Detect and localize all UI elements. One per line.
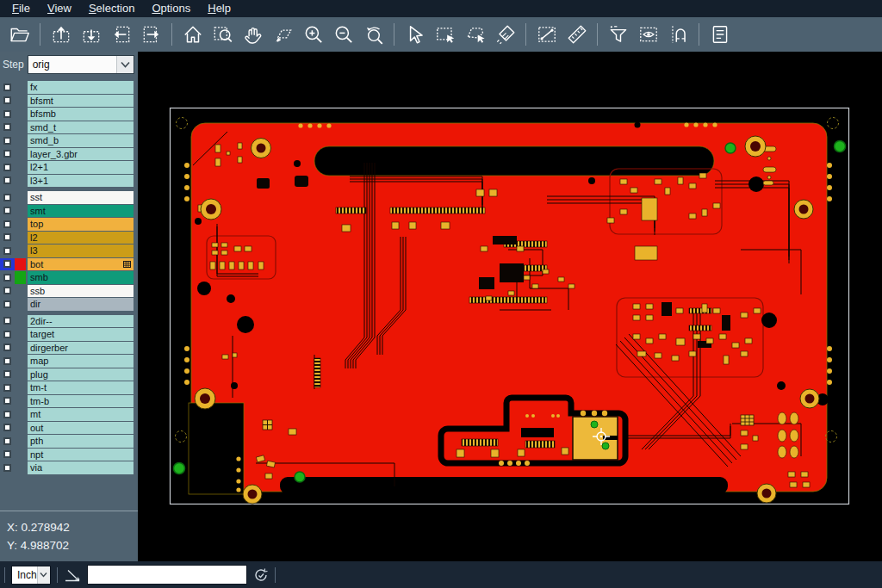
layer-checkbox[interactable] [3,317,11,325]
layer-color-swatch[interactable] [15,232,26,244]
layer-color-swatch[interactable] [15,191,26,204]
layer-label[interactable]: tm-t [28,381,134,394]
angle-measure-icon[interactable] [64,567,81,583]
layer-checkbox[interactable] [3,220,11,228]
chevron-down-icon[interactable] [116,56,134,73]
layer-row-ssb[interactable]: ssb [0,285,138,298]
layer-color-swatch[interactable] [15,81,26,94]
layer-checkbox[interactable] [3,274,11,282]
layer-color-swatch[interactable] [15,342,26,355]
exit-right-button[interactable] [136,20,166,49]
snap-button[interactable] [663,20,693,49]
layer-checkbox[interactable] [3,194,11,201]
layer-label[interactable]: bot [28,258,134,271]
layer-color-swatch[interactable] [15,422,26,435]
zoom-out-button[interactable] [328,20,358,49]
zoom-previous-button[interactable] [358,20,388,49]
layer-row-l2[interactable]: l2 [0,232,138,244]
layer-row-l2+1[interactable]: l2+1 [0,161,138,174]
layer-label[interactable]: layer_3.gbr [28,148,134,161]
layer-label[interactable]: l2 [28,232,134,244]
measure-ruler-button[interactable] [562,20,592,49]
layer-label[interactable]: fx [28,81,134,94]
layer-row-npt[interactable]: npt [0,449,138,461]
layer-label[interactable]: tm-b [28,395,134,408]
layer-label[interactable]: pth [28,435,134,448]
layer-checkbox[interactable] [3,397,11,405]
zoom-window-button[interactable] [208,20,238,49]
layer-row-bfsmt[interactable]: bfsmt [0,95,138,108]
step-select[interactable]: orig [28,55,134,74]
layer-checkbox[interactable] [3,450,11,458]
layer-color-swatch[interactable] [15,271,26,284]
layer-color-swatch[interactable] [15,95,26,108]
layer-checkbox[interactable] [3,96,11,104]
layer-checkbox[interactable] [3,84,11,91]
layer-row-sst[interactable]: sst [0,191,138,204]
layer-checkbox[interactable] [3,207,11,214]
layer-checkbox[interactable] [3,164,11,171]
layer-label[interactable]: top [28,218,134,231]
zoom-in-button[interactable] [298,20,328,49]
layer-checkbox[interactable] [3,137,11,145]
layer-row-smt[interactable]: smt [0,205,138,218]
layer-checkbox[interactable] [3,384,11,392]
report-button[interactable] [705,20,735,49]
layer-checkbox[interactable] [3,300,11,308]
menu-view[interactable]: View [39,1,80,16]
pcb-viewport[interactable] [138,52,882,561]
layer-label[interactable]: l3 [28,244,134,257]
layer-row-out[interactable]: out [0,422,138,435]
layer-row-smd_b[interactable]: smd_b [0,134,138,147]
layer-row-fx[interactable]: fx [0,81,138,94]
layer-color-swatch[interactable] [15,121,26,134]
measure-points-button[interactable] [531,20,562,49]
open-button[interactable] [4,20,34,49]
import-up-button[interactable] [46,20,76,49]
layer-color-swatch[interactable] [15,449,26,461]
layer-color-swatch[interactable] [15,395,26,408]
layer-label[interactable]: map [28,355,134,368]
layer-row-dirgerber[interactable]: dirgerber [0,342,138,355]
layer-label[interactable]: dirgerber [28,342,134,355]
layer-checkbox[interactable] [3,411,11,418]
pan-button[interactable] [238,20,268,49]
layer-label[interactable]: dir [28,298,134,311]
layer-checkbox[interactable] [3,176,11,184]
layer-row-tm-b[interactable]: tm-b [0,395,138,408]
layer-label[interactable]: target [28,328,134,341]
layer-row-dir[interactable]: dir [0,298,138,311]
layer-color-swatch[interactable] [15,328,26,341]
layer-color-swatch[interactable] [15,161,26,174]
layer-color-swatch[interactable] [15,408,26,421]
layer-row-bot[interactable]: bot [0,258,138,271]
layer-color-swatch[interactable] [15,315,26,328]
layer-row-l3+1[interactable]: l3+1 [0,175,138,188]
exit-left-button[interactable] [106,20,136,49]
menu-help[interactable]: Help [199,1,239,16]
layer-color-swatch[interactable] [15,205,26,218]
menu-selection[interactable]: Selection [80,1,143,16]
layer-label[interactable]: out [28,422,134,435]
layer-checkbox[interactable] [3,123,11,131]
layer-label[interactable]: bfsmt [28,95,134,108]
layer-row-mt[interactable]: mt [0,408,138,421]
layer-color-swatch[interactable] [15,285,26,298]
menu-options[interactable]: Options [143,1,199,16]
layer-color-swatch[interactable] [15,461,26,474]
select-rectangle-button[interactable] [430,20,460,49]
layer-color-swatch[interactable] [15,355,26,368]
layer-label[interactable]: via [28,461,134,474]
layer-checkbox[interactable] [3,424,11,431]
layer-row-pth[interactable]: pth [0,435,138,448]
menu-file[interactable]: File [3,1,39,16]
layer-color-swatch[interactable] [15,218,26,231]
layer-row-plug[interactable]: plug [0,368,138,381]
layer-checkbox[interactable] [3,150,11,158]
layer-row-map[interactable]: map [0,355,138,368]
layer-color-swatch[interactable] [15,108,26,121]
layer-color-swatch[interactable] [15,258,26,271]
layer-row-via[interactable]: via [0,461,138,474]
layer-label[interactable]: l3+1 [28,175,134,188]
clear-highlight-button[interactable] [490,20,520,49]
